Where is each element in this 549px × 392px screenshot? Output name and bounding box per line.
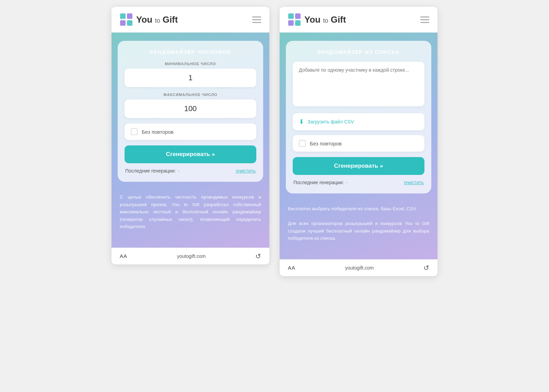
left-last-gen-row: Последние генерации: - очистить (125, 168, 256, 174)
left-logo-text: You to Gift (136, 14, 178, 25)
left-last-gen-label: Последние генерации: (125, 168, 176, 174)
svg-rect-3 (127, 20, 132, 26)
right-gradient-body: РАНДОМАЙЗЕР ИЗ СПИСКА ⬇ Загрузить файл C… (280, 33, 437, 259)
right-clear-link[interactable]: очистить (404, 180, 424, 185)
right-bottom-bar: AA youtogift.com ↺ (280, 259, 437, 276)
right-bottom-text-2: Для всех организаторов розыгрышей и конк… (288, 220, 429, 242)
left-generate-button[interactable]: Сгенерировать » (125, 145, 256, 163)
hamburger-line-3 (252, 22, 261, 23)
right-no-repeat-label: Без повторов (310, 141, 342, 146)
textarea-group (293, 62, 424, 108)
left-bottom-text: С целью обеспечить честность проводимых … (112, 190, 269, 237)
left-phone: You to Gift РАНДОМАЙЗЕР ЧИСЛОВОЙ МИНИМАЛ… (112, 7, 269, 264)
right-last-gen-left: Последние генерации: - (293, 180, 348, 185)
right-header: You to Gift (280, 7, 437, 33)
right-bottom-text: Бесплатно выбрать победителя из списка, … (280, 202, 437, 249)
right-bottom-aa: AA (288, 265, 295, 271)
csv-upload-button[interactable]: ⬇ Загрузить файл CSV (293, 113, 424, 130)
svg-rect-1 (127, 13, 132, 19)
max-label: МАКСИМАЛЬНОЕ ЧИСЛО (125, 93, 256, 97)
left-card: РАНДОМАЙЗЕР ЧИСЛОВОЙ МИНИМАЛЬНОЕ ЧИСЛО М… (118, 41, 263, 182)
logo-you-left: You (136, 14, 152, 25)
hamburger-line-2-right (420, 19, 429, 20)
hamburger-line-3-right (420, 22, 429, 23)
left-gradient-body: РАНДОМАЙЗЕР ЧИСЛОВОЙ МИНИМАЛЬНОЕ ЧИСЛО М… (112, 33, 269, 248)
logo-to-right: to (323, 17, 328, 24)
left-no-repeat-label: Без повторов (142, 129, 174, 135)
min-input[interactable] (125, 69, 256, 87)
svg-rect-7 (295, 20, 301, 26)
right-phone: You to Gift РАНДОМАЙЗЕР ИЗ СПИСКА ⬇ Загр… (280, 7, 437, 276)
hamburger-left[interactable] (252, 16, 261, 23)
min-label: МИНИМАЛЬНОЕ ЧИСЛО (125, 62, 256, 66)
right-bottom-text-1: Бесплатно выбрать победителя из списка, … (288, 205, 429, 213)
svg-rect-6 (288, 20, 294, 26)
svg-rect-4 (288, 13, 294, 19)
logo-gift-right: Gift (331, 14, 346, 25)
logo-gift-left: Gift (163, 14, 178, 25)
max-number-group: МАКСИМАЛЬНОЕ ЧИСЛО (125, 93, 256, 118)
hamburger-line-1-right (420, 16, 429, 17)
min-number-group: МИНИМАЛЬНОЕ ЧИСЛО (125, 62, 256, 87)
csv-upload-label: Загрузить файл CSV (307, 119, 354, 124)
right-no-repeat-checkbox[interactable] (299, 140, 306, 147)
left-card-title: РАНДОМАЙЗЕР ЧИСЛОВОЙ (125, 49, 256, 55)
svg-rect-0 (120, 13, 126, 19)
hamburger-line-2 (252, 19, 261, 20)
right-last-gen-label: Последние генерации: (293, 180, 344, 185)
right-logo: You to Gift (288, 13, 346, 26)
left-bottom-url: youtogift.com (177, 253, 206, 259)
left-refresh-icon[interactable]: ↺ (255, 252, 261, 260)
participants-textarea[interactable] (293, 62, 424, 106)
left-bottom-aa: AA (120, 253, 127, 259)
logo-icon-right (288, 13, 301, 26)
hamburger-right[interactable] (420, 16, 429, 23)
logo-you-right: You (304, 14, 320, 25)
left-last-gen-dash: - (178, 168, 179, 174)
right-bottom-url: youtogift.com (345, 265, 374, 271)
hamburger-line-1 (252, 16, 261, 17)
right-generate-button[interactable]: Сгенерировать » (293, 157, 424, 175)
right-refresh-icon[interactable]: ↺ (423, 264, 429, 272)
max-input[interactable] (125, 99, 256, 118)
right-last-gen-row: Последние генерации: - очистить (293, 180, 424, 185)
right-no-repeat-row: Без повторов (293, 135, 424, 152)
left-logo: You to Gift (120, 13, 178, 26)
logo-to-left: to (155, 17, 160, 24)
left-clear-link[interactable]: очистить (236, 168, 256, 174)
svg-rect-2 (120, 20, 126, 26)
left-last-gen-left: Последние генерации: - (125, 168, 179, 174)
left-bottom-bar: AA youtogift.com ↺ (112, 248, 269, 264)
right-logo-text: You to Gift (304, 14, 346, 25)
download-icon: ⬇ (299, 118, 304, 126)
left-no-repeat-row: Без повторов (125, 123, 256, 140)
svg-rect-5 (295, 13, 301, 19)
left-no-repeat-checkbox[interactable] (131, 128, 138, 135)
right-card: РАНДОМАЙЗЕР ИЗ СПИСКА ⬇ Загрузить файл C… (286, 41, 431, 193)
right-card-title: РАНДОМАЙЗЕР ИЗ СПИСКА (293, 49, 424, 55)
left-header: You to Gift (112, 7, 269, 33)
logo-icon-left (120, 13, 133, 26)
right-last-gen-dash: - (346, 180, 348, 185)
